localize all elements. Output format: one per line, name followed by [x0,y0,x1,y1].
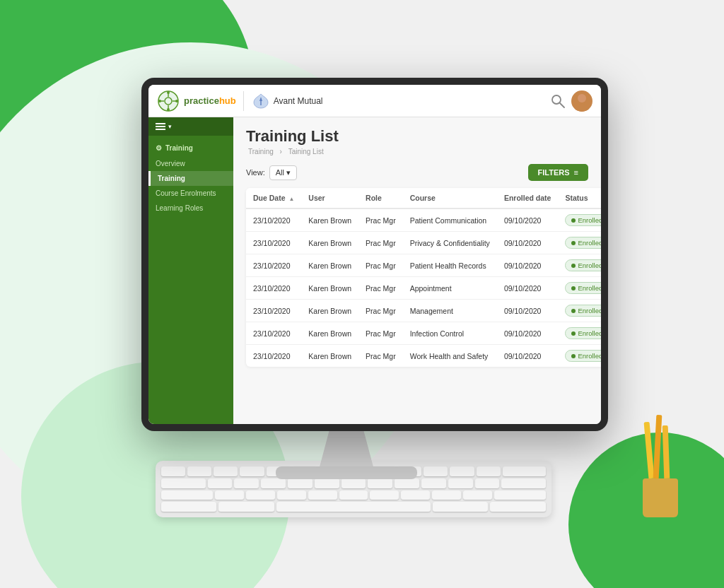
sidebar-item-course-enrolments[interactable]: Course Enrolments [148,186,233,201]
breadcrumb-separator: › [280,148,284,155]
sidebar-section-header: ⚙ Training [148,140,233,156]
training-table: Due Date ▲ User Role Course [246,188,601,367]
sidebar-item-label: Course Enrolments [156,189,216,197]
view-dropdown-chevron: ▾ [286,168,291,177]
col-role[interactable]: Role [358,188,403,208]
svg-point-11 [552,95,561,104]
svg-point-13 [578,94,586,102]
cell-due-date: 23/10/2020 [246,232,301,254]
status-badge: Enrolled ⓘ [565,237,601,249]
cell-enrolled-date: 09/10/2020 [497,208,559,232]
cell-enrolled-date: 09/10/2020 [497,300,559,322]
cell-course: Appointment [403,277,497,300]
cell-course: Patient Health Records [403,254,497,277]
logo-text: practicehub [184,95,236,106]
col-due-date[interactable]: Due Date ▲ [246,188,301,208]
cell-status: Enrolled ⓘ [558,345,601,368]
svg-line-12 [560,103,564,107]
avant-text: Avant Mutual [274,96,323,106]
pencil-3 [662,425,670,478]
sidebar-item-overview[interactable]: Overview [148,156,233,171]
cell-due-date: 23/10/2020 [246,345,301,368]
main-content: Training List Training › Taining List Vi… [233,117,601,424]
col-user[interactable]: User [301,188,358,208]
page-title: Training List [246,127,588,146]
cell-enrolled-date: 09/10/2020 [497,232,559,254]
view-selected: All [276,168,284,177]
sidebar-item-training[interactable]: Training [148,171,233,186]
cell-role: Prac Mgr [358,277,403,300]
cell-role: Prac Mgr [358,254,403,277]
filters-button[interactable]: FILTERS ≡ [528,164,588,181]
monitor-base [276,466,417,479]
monitor-screen: practicehub Avant Mutual [148,85,601,424]
filters-bar: View: All ▾ FILTERS ≡ [246,164,588,181]
cell-status: Enrolled ⓘ [558,254,601,277]
status-badge: Enrolled ⓘ [565,305,601,317]
view-selector: View: All ▾ [246,165,297,180]
app-body: ▾ ⚙ Training Overview Training Course En… [148,117,601,424]
cell-status: Enrolled ⓘ [558,208,601,232]
search-icon[interactable] [550,93,566,109]
col-status[interactable]: Status [558,188,601,208]
filters-icon: ≡ [574,168,578,177]
col-course[interactable]: Course [403,188,497,208]
sidebar-section-label: Training [165,144,193,152]
cell-enrolled-date: 09/10/2020 [497,322,559,345]
breadcrumb-root[interactable]: Training [248,148,274,155]
table-body: 23/10/2020 Karen Brown Prac Mgr Patient … [246,208,601,367]
sidebar-item-learning-roles[interactable]: Learning Roles [148,201,233,216]
pencil-holder [639,433,682,517]
pencil-cup [643,478,678,517]
monitor: practicehub Avant Mutual [141,78,608,431]
cell-course: Management [403,300,497,322]
svg-point-14 [575,104,589,112]
table-row: 23/10/2020 Karen Brown Prac Mgr Work Hea… [246,345,601,368]
cell-role: Prac Mgr [358,232,403,254]
cell-status: Enrolled ⓘ [558,232,601,254]
cell-role: Prac Mgr [358,208,403,232]
cell-user: Karen Brown [301,345,358,368]
status-dot [571,354,576,358]
cell-due-date: 23/10/2020 [246,208,301,232]
hamburger-icon [156,123,165,130]
cell-due-date: 23/10/2020 [246,300,301,322]
app-header: practicehub Avant Mutual [148,85,601,117]
cell-course: Work Health and Safety [403,345,497,368]
table-row: 23/10/2020 Karen Brown Prac Mgr Privacy … [246,232,601,254]
avant-icon [251,91,271,111]
logo-area: practicehub [157,90,236,112]
cell-role: Prac Mgr [358,300,403,322]
cell-user: Karen Brown [301,277,358,300]
breadcrumb-current: Taining List [288,148,324,155]
sidebar-item-label: Training [158,175,185,182]
cell-enrolled-date: 09/10/2020 [497,277,559,300]
col-enrolled-date[interactable]: Enrolled date [497,188,559,208]
chevron-down-icon: ▾ [168,123,172,130]
avatar[interactable] [571,90,592,112]
table-row: 23/10/2020 Karen Brown Prac Mgr Manageme… [246,300,601,322]
cell-status: Enrolled ⓘ [558,322,601,345]
table-row: 23/10/2020 Karen Brown Prac Mgr Patient … [246,254,601,277]
cell-user: Karen Brown [301,322,358,345]
status-dot [571,264,576,268]
view-dropdown[interactable]: All ▾ [269,165,297,180]
sidebar-menu-button[interactable]: ▾ [148,117,233,136]
pencil-2 [653,415,662,478]
status-dot [571,331,576,336]
status-badge: Enrolled ⓘ [565,350,601,362]
sort-icon-due-date: ▲ [288,196,294,202]
cell-user: Karen Brown [301,300,358,322]
cell-course: Privacy & Confidentiality [403,232,497,254]
training-section-icon: ⚙ [156,144,162,152]
avant-logo: Avant Mutual [243,91,323,111]
table-row: 23/10/2020 Karen Brown Prac Mgr Infectio… [246,322,601,345]
cell-status: Enrolled ⓘ [558,277,601,300]
status-badge: Enrolled ⓘ [565,259,601,271]
status-dot [571,286,576,290]
practicehub-logo-icon [157,90,180,112]
status-badge: Enrolled ⓘ [565,282,601,294]
status-badge: Enrolled ⓘ [565,327,601,339]
sidebar-item-label: Learning Roles [156,204,203,212]
svg-point-9 [175,100,178,102]
